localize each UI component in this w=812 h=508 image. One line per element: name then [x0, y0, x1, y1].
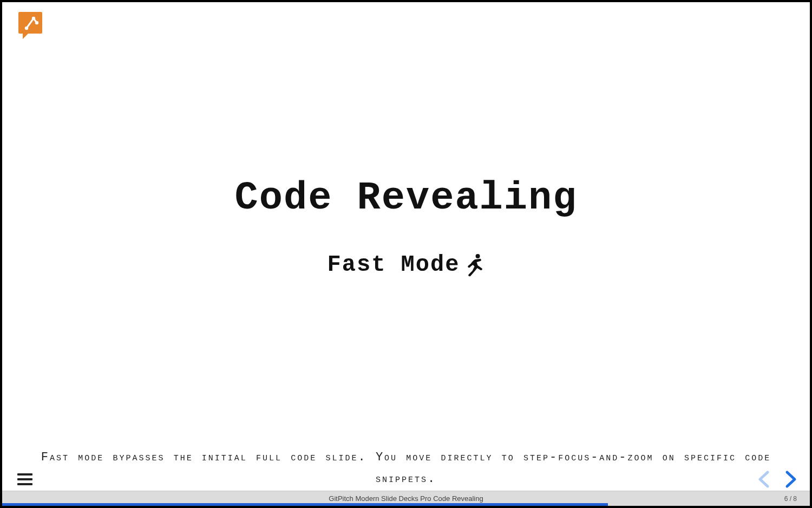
gitpitch-logo [17, 11, 43, 40]
next-button[interactable] [782, 470, 799, 489]
menu-button[interactable] [17, 473, 32, 485]
svg-point-1 [25, 27, 28, 30]
running-person-icon [463, 253, 484, 277]
svg-point-5 [475, 254, 480, 258]
presentation-frame: Code Revealing Fast Mode Fast mode bypas… [0, 0, 812, 508]
slide-area: Code Revealing Fast Mode Fast mode bypas… [2, 2, 810, 491]
slide-subtitle: Fast Mode [328, 252, 460, 278]
prev-button [756, 470, 773, 489]
status-title: GitPitch Modern Slide Decks Pro Code Rev… [329, 494, 483, 503]
page-counter: 6 / 8 [784, 495, 797, 503]
slide-content: Code Revealing Fast Mode [235, 176, 578, 278]
nav-arrows [756, 470, 799, 489]
progress-bar [2, 503, 810, 506]
slide-title: Code Revealing [235, 176, 578, 220]
svg-point-4 [35, 21, 38, 24]
slide-subtitle-row: Fast Mode [328, 252, 485, 278]
progress-fill [2, 503, 608, 506]
hamburger-icon [17, 473, 32, 476]
slide-description: Fast mode bypasses the initial full code… [2, 447, 810, 491]
